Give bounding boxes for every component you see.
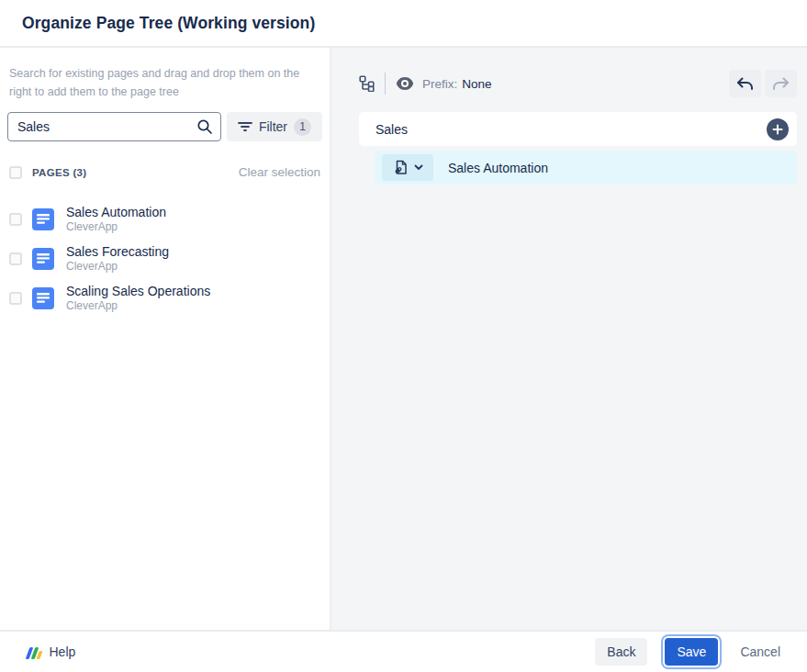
page-result-row[interactable]: Sales Forecasting CleverApp [7, 244, 322, 274]
undo-icon [736, 77, 754, 91]
page-link-icon [393, 160, 408, 175]
history-controls [729, 70, 797, 97]
search-panel-description: Search for existing pages and drag and d… [9, 64, 320, 101]
page-result-title: Sales Automation [66, 205, 166, 219]
page-icon [32, 208, 54, 230]
page-icon [32, 248, 54, 270]
page-result-space: CleverApp [66, 299, 210, 313]
cancel-button[interactable]: Cancel [735, 638, 785, 666]
redo-icon [772, 77, 790, 91]
page-result-row[interactable]: Scaling Sales Operations CleverApp [7, 284, 322, 313]
tree-view-icon[interactable] [359, 75, 375, 92]
page-tree: Sales Sales Automation [359, 112, 797, 185]
search-panel: Search for existing pages and drag and d… [0, 48, 331, 630]
dialog-header: Organize Page Tree (Working version) [0, 0, 807, 48]
page-checkbox[interactable] [9, 292, 22, 305]
page-result-title: Scaling Sales Operations [66, 284, 210, 298]
redo-button[interactable] [765, 70, 797, 97]
page-type-dropdown[interactable] [382, 154, 433, 181]
page-result-space: CleverApp [66, 220, 166, 234]
tree-root-title: Sales [375, 122, 408, 137]
footer-actions: Back Save Cancel [595, 638, 785, 666]
page-result-text: Scaling Sales Operations CleverApp [66, 284, 210, 313]
help-label: Help [50, 644, 76, 659]
filter-icon [238, 120, 252, 133]
add-icon [772, 124, 783, 135]
page-result-title: Sales Forecasting [66, 244, 169, 259]
filter-button[interactable]: Filter 1 [227, 112, 322, 141]
filter-button-label: Filter [259, 119, 287, 134]
chevron-down-icon [414, 164, 423, 171]
tree-root-row[interactable]: Sales [359, 112, 797, 146]
search-box [7, 112, 221, 141]
search-row: Filter 1 [7, 112, 322, 141]
page-checkbox[interactable] [9, 213, 22, 226]
page-checkbox[interactable] [9, 252, 22, 265]
undo-button[interactable] [729, 70, 761, 97]
search-results-list: Sales Automation CleverApp Sales Forecas… [7, 205, 322, 313]
search-input[interactable] [7, 112, 221, 141]
filter-count-badge: 1 [294, 118, 311, 136]
organize-page-tree-dialog: Organize Page Tree (Working version) Sea… [0, 0, 807, 672]
page-result-space: CleverApp [66, 260, 169, 274]
page-icon [32, 287, 54, 309]
pages-count-label: PAGES (3) [32, 167, 86, 178]
eye-icon[interactable] [396, 76, 414, 91]
tree-child-row[interactable]: Sales Automation [375, 151, 797, 185]
tree-child-title: Sales Automation [448, 161, 548, 175]
save-button[interactable]: Save [665, 638, 718, 666]
page-result-row[interactable]: Sales Automation CleverApp [7, 205, 322, 234]
pages-list-header: PAGES (3) Clear selection [9, 165, 320, 179]
page-title: Organize Page Tree (Working version) [22, 14, 315, 33]
add-page-button[interactable] [767, 118, 789, 140]
clear-selection-link[interactable]: Clear selection [239, 165, 320, 179]
page-result-text: Sales Forecasting CleverApp [66, 244, 169, 274]
help-link[interactable]: Help [28, 644, 75, 659]
tree-toolbar: Prefix: None [359, 70, 797, 97]
page-tree-panel: Prefix: None Sales [331, 48, 807, 630]
prefix-label: Prefix: [422, 77, 457, 91]
select-all-checkbox[interactable] [9, 166, 22, 179]
dialog-body: Search for existing pages and drag and d… [0, 48, 807, 630]
toolbar-divider [385, 73, 386, 95]
back-button[interactable]: Back [595, 638, 647, 666]
help-logo-icon [28, 645, 41, 659]
page-result-text: Sales Automation CleverApp [66, 205, 166, 234]
prefix-value[interactable]: None [462, 77, 491, 91]
dialog-footer: Help Back Save Cancel [0, 630, 807, 672]
